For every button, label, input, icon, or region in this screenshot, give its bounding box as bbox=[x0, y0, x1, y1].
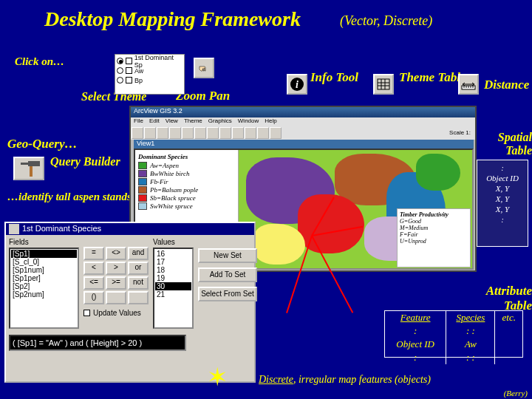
legend-item[interactable]: Sb=Black spruce bbox=[138, 194, 235, 202]
legend-item[interactable]: Aw=Aspen bbox=[138, 162, 235, 169]
tp-row: M=Medium bbox=[400, 225, 468, 231]
col-header: Feature bbox=[385, 311, 446, 324]
toolbar-button[interactable] bbox=[194, 127, 206, 139]
legend-item[interactable]: SwWhite spruce bbox=[138, 202, 235, 210]
operator-button[interactable]: or bbox=[128, 262, 149, 275]
table-icon[interactable] bbox=[373, 74, 394, 95]
pan-icon[interactable] bbox=[194, 58, 214, 78]
col-header: Species bbox=[446, 311, 495, 324]
toolbar-button[interactable] bbox=[157, 127, 168, 139]
legend-item[interactable]: Fb-Fir bbox=[138, 178, 235, 185]
operator-button[interactable]: () bbox=[83, 291, 104, 304]
tp-row: F=Fair bbox=[400, 231, 468, 238]
toolbar-button[interactable] bbox=[144, 127, 156, 139]
toolbar-button[interactable] bbox=[232, 127, 244, 139]
list-item[interactable]: 21 bbox=[155, 290, 191, 299]
app-icon bbox=[9, 224, 19, 234]
productivity-legend: Timber Productivity G=Good M=Medium F=Fa… bbox=[397, 208, 471, 267]
footnote: Discrete, irregular map features (object… bbox=[259, 374, 431, 386]
radio-icon[interactable] bbox=[117, 58, 123, 64]
list-item[interactable]: 19 bbox=[155, 274, 191, 282]
table-row: : bbox=[477, 163, 528, 173]
radio-icon[interactable] bbox=[117, 77, 123, 83]
toolbar-button[interactable] bbox=[207, 127, 219, 139]
list-item[interactable]: 30 bbox=[155, 282, 191, 290]
operator-button[interactable] bbox=[106, 291, 126, 304]
values-listbox[interactable]: 161718193021 bbox=[153, 248, 194, 329]
checkbox-icon[interactable] bbox=[126, 67, 132, 74]
legend-item[interactable]: Pb=Balsam pople bbox=[138, 186, 235, 194]
toolbar-button[interactable] bbox=[245, 127, 256, 139]
info-icon[interactable]: i bbox=[287, 74, 307, 95]
list-item[interactable]: [Sp2] bbox=[11, 282, 77, 290]
list-item[interactable]: 17 bbox=[155, 258, 191, 266]
attribute-table-label: Attribute Table bbox=[473, 284, 532, 313]
list-item[interactable]: [Sp1num] bbox=[11, 266, 77, 274]
operator-button[interactable]: <= bbox=[83, 276, 104, 290]
hammer-icon[interactable] bbox=[13, 157, 44, 180]
operator-grid: =<>and<>or<=>=not() bbox=[83, 247, 149, 304]
operator-button[interactable]: > bbox=[106, 262, 126, 275]
menu-item[interactable]: Theme bbox=[184, 117, 202, 126]
toolbar-button[interactable] bbox=[270, 127, 282, 139]
menu-item[interactable]: Window bbox=[238, 117, 259, 126]
list-item[interactable]: 16 bbox=[155, 250, 191, 258]
values-label: Values bbox=[153, 238, 194, 246]
operator-button[interactable]: <> bbox=[106, 247, 126, 260]
ruler-icon[interactable] bbox=[458, 74, 479, 95]
table-row: X, Y bbox=[477, 204, 528, 214]
theme-select-panel[interactable]: 1st Dominant Sp Aw Bp bbox=[115, 54, 185, 95]
add-to-set-button[interactable]: Add To Set bbox=[198, 267, 257, 282]
table-row: X, Y bbox=[477, 194, 528, 204]
spatial-table-box: : Object ID X, Y X, Y X, Y : bbox=[477, 160, 528, 247]
query-builder-label: Query Builder bbox=[50, 155, 120, 168]
operator-button[interactable]: < bbox=[83, 262, 104, 275]
expression-field[interactable]: ( [Sp1] = "Aw" ) and ( [Height] > 20 ) bbox=[9, 335, 186, 351]
toolbar-button[interactable] bbox=[132, 127, 143, 139]
menu-item[interactable]: View bbox=[166, 117, 178, 126]
operator-button[interactable]: and bbox=[128, 247, 149, 260]
fields-listbox[interactable]: [Sp1][S_cl_0][Sp1num][Sp1per][Sp2][Sp2nu… bbox=[9, 248, 79, 329]
list-item[interactable]: [Sp1per] bbox=[11, 274, 77, 282]
legend-item[interactable]: BwWhite birch bbox=[138, 170, 235, 177]
attribute-table-box: FeatureSpeciesetc. :: : Object IDAw :: : bbox=[384, 310, 523, 358]
query-builder-window: 1st Dominant Species Fields [Sp1][S_cl_0… bbox=[4, 222, 256, 383]
list-item[interactable]: 18 bbox=[155, 266, 191, 274]
tp-row: U=Unprod bbox=[400, 238, 468, 245]
credit: (Berry) bbox=[504, 389, 528, 398]
menu-item[interactable]: Graphics bbox=[208, 117, 232, 126]
theme-row: 1st Dominant Sp bbox=[134, 54, 183, 69]
toolbar-button[interactable] bbox=[219, 127, 231, 139]
menu-item[interactable]: Edit bbox=[149, 117, 160, 126]
view-titlebar: View1 bbox=[134, 140, 474, 149]
checkbox-icon[interactable] bbox=[126, 77, 132, 83]
cell: Object ID bbox=[385, 338, 446, 351]
operator-button[interactable]: not bbox=[128, 276, 149, 290]
legend-title: Dominant Species bbox=[138, 153, 235, 160]
col-header: etc. bbox=[495, 311, 522, 324]
checkbox-icon[interactable] bbox=[83, 310, 90, 316]
spatial-table-label: Spatial Table bbox=[480, 131, 532, 157]
operator-button[interactable]: >= bbox=[106, 276, 126, 290]
page-subtitle: (Vector, Discrete) bbox=[340, 13, 432, 29]
svg-rect-5 bbox=[378, 79, 389, 89]
checkbox-icon[interactable] bbox=[126, 58, 132, 64]
app-menu[interactable]: File Edit View Theme Graphics Window Hel… bbox=[131, 117, 475, 126]
select-from-set-button[interactable]: Select From Set bbox=[198, 287, 257, 301]
radio-icon[interactable] bbox=[117, 67, 123, 74]
operator-button[interactable] bbox=[128, 291, 149, 304]
list-item[interactable]: [Sp1] bbox=[11, 250, 77, 258]
list-item[interactable]: [Sp2num] bbox=[11, 290, 77, 299]
table-row: : bbox=[477, 214, 528, 225]
info-tool-label: Info Tool bbox=[310, 70, 358, 85]
operator-button[interactable]: = bbox=[83, 247, 104, 260]
new-set-button[interactable]: New Set bbox=[198, 248, 257, 263]
toolbar-button[interactable] bbox=[169, 127, 181, 139]
list-item[interactable]: [S_cl_0] bbox=[11, 258, 77, 266]
menu-item[interactable]: File bbox=[134, 117, 143, 126]
tp-row: G=Good bbox=[400, 218, 468, 225]
menu-item[interactable]: Help bbox=[265, 117, 276, 126]
toolbar-button[interactable] bbox=[182, 127, 194, 139]
toolbar-button[interactable] bbox=[257, 127, 269, 139]
cell: Aw bbox=[446, 338, 495, 351]
